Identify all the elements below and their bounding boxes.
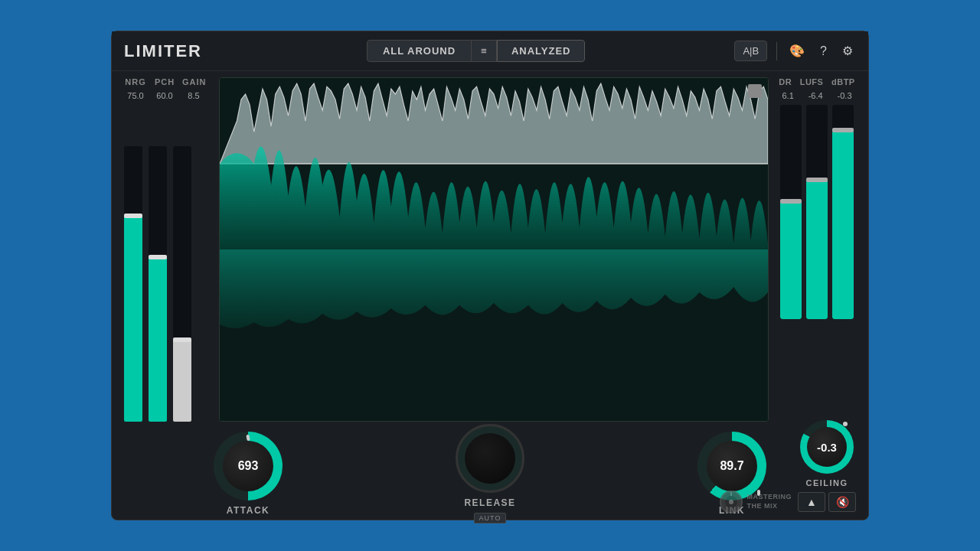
header: LIMITER ALL AROUND ≡ ANALYZED A|B 🎨 ? ⚙	[112, 31, 868, 71]
attack-knob-indicator	[246, 435, 250, 442]
attack-label: ATTACK	[227, 505, 270, 516]
attack-group: 693 ATTACK	[214, 432, 283, 516]
dr-value: 6.1	[782, 91, 793, 100]
lufs-value: -6.4	[808, 91, 823, 100]
right-meters-header: DR LUFS dBTP	[775, 77, 859, 86]
brand-icon	[720, 491, 743, 514]
lufs-fill	[806, 180, 828, 319]
gain-thumb[interactable]	[173, 337, 191, 342]
attack-knob[interactable]: 693	[214, 432, 283, 500]
gain-label: GAIN	[182, 77, 205, 86]
attack-knob-inner: 693	[223, 441, 273, 491]
nrg-thumb[interactable]	[124, 214, 142, 218]
help-button[interactable]: ?	[817, 41, 830, 61]
pch-label: PCH	[153, 77, 176, 86]
nrg-value: 75.0	[124, 91, 147, 100]
dbtp-meter[interactable]	[832, 105, 854, 319]
ab-button[interactable]: A|B	[734, 41, 767, 61]
brand-line2: THE MIX	[747, 502, 792, 511]
brand-text: MASTERING THE MIX	[747, 493, 792, 510]
nrg-meter[interactable]	[124, 146, 142, 422]
analyzed-button[interactable]: ANALYZED	[497, 40, 586, 62]
lufs-label: LUFS	[800, 77, 824, 86]
waveform-svg	[220, 78, 768, 421]
dbtp-thumb[interactable]	[832, 128, 854, 132]
bottom-controls: 693 ATTACK RELEASE AUTO	[112, 428, 868, 520]
pch-meter[interactable]	[149, 146, 167, 422]
gain-meter[interactable]	[173, 146, 191, 422]
link-knob-inner: 89.7	[707, 441, 757, 491]
dr-label: DR	[779, 77, 792, 86]
release-knob-inner	[465, 433, 515, 484]
brand-logo: MASTERING THE MIX	[720, 491, 792, 514]
dbtp-value: -0.3	[838, 91, 852, 100]
dr-fill	[780, 201, 802, 319]
header-center: ALL AROUND ≡ ANALYZED	[227, 40, 725, 62]
waveform-area	[219, 77, 769, 422]
preset-button[interactable]: ALL AROUND	[367, 40, 472, 62]
right-meter-bars	[775, 105, 859, 319]
settings-button[interactable]: ⚙	[839, 41, 856, 61]
waveform-corner-marker	[748, 84, 762, 98]
attack-value: 693	[238, 459, 259, 473]
logo: LIMITER	[124, 41, 202, 61]
auto-badge: AUTO	[474, 513, 507, 523]
right-meters-panel: DR LUFS dBTP 6.1 -6.4 -0.3	[775, 77, 859, 422]
left-meters-panel: NRG PCH GAIN 75.0 60.0 8.5	[121, 77, 213, 422]
ceiling-knob-indicator	[843, 422, 848, 426]
release-knob[interactable]	[456, 424, 524, 493]
eyedropper-button[interactable]: 🎨	[786, 41, 808, 61]
menu-button[interactable]: ≡	[472, 40, 497, 62]
eyedropper-icon: 🎨	[789, 44, 805, 57]
link-value: 89.7	[720, 459, 743, 473]
lufs-meter[interactable]	[806, 105, 828, 319]
lufs-thumb[interactable]	[806, 178, 828, 182]
gain-value: 8.5	[182, 91, 205, 100]
meter-values: 75.0 60.0 8.5	[121, 91, 213, 100]
gain-fill	[173, 339, 191, 422]
header-right: A|B 🎨 ? ⚙	[734, 41, 856, 61]
right-meter-values: 6.1 -6.4 -0.3	[775, 91, 859, 100]
pch-thumb[interactable]	[149, 255, 167, 259]
dr-thumb[interactable]	[780, 199, 802, 204]
dbtp-fill	[832, 131, 854, 319]
meter-bars	[121, 106, 213, 422]
menu-icon: ≡	[481, 45, 487, 57]
meter-labels: NRG PCH GAIN	[121, 77, 213, 86]
svg-point-3	[729, 500, 733, 504]
brand-svg	[720, 491, 743, 514]
pch-value: 60.0	[153, 91, 176, 100]
nrg-fill	[124, 215, 142, 422]
waveform-display[interactable]	[219, 77, 769, 422]
plugin-window: LIMITER ALL AROUND ≡ ANALYZED A|B 🎨 ? ⚙	[111, 31, 869, 520]
pch-fill	[149, 256, 167, 422]
main-content: NRG PCH GAIN 75.0 60.0 8.5	[112, 71, 868, 428]
nrg-label: NRG	[124, 77, 147, 86]
release-label: RELEASE	[464, 497, 515, 508]
release-group: RELEASE AUTO	[456, 424, 524, 523]
dr-meter[interactable]	[780, 105, 802, 319]
brand-line1: MASTERING	[747, 493, 792, 502]
gear-icon: ⚙	[842, 44, 853, 57]
dbtp-label: dBTP	[831, 77, 855, 86]
divider	[776, 42, 777, 60]
help-icon: ?	[820, 44, 827, 57]
